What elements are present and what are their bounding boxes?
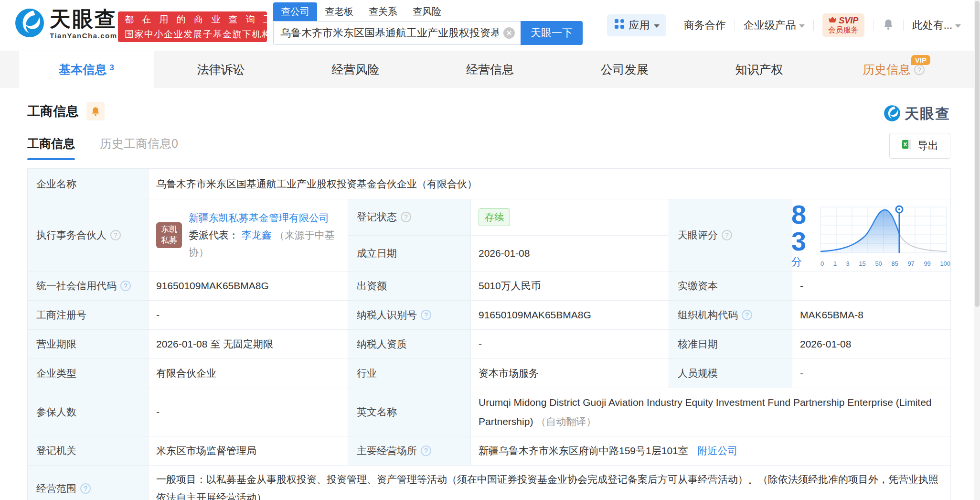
- rep-name-link[interactable]: 李龙鑫: [242, 229, 272, 240]
- avatar-line2: 私募: [161, 235, 177, 246]
- establish-date-label: 成立日期: [357, 247, 397, 260]
- taxpayer-quality-value: -: [471, 330, 669, 359]
- user-menu[interactable]: 此处有...: [912, 18, 961, 33]
- tianyancha-logo[interactable]: 天眼查 TianYanCha.com: [14, 8, 117, 40]
- help-icon[interactable]: [120, 281, 131, 291]
- table-row: 企业类型 有限合伙企业 行业 资本市场服务 人员规模 -: [28, 359, 951, 388]
- logo-swirl-icon: [14, 8, 45, 40]
- reg-number-label: 工商注册号: [36, 308, 86, 322]
- field-label: 组织机构代码: [669, 301, 792, 330]
- company-type-value: 有限合伙企业: [149, 359, 348, 388]
- field-label: 核准日期: [669, 330, 792, 359]
- business-address-value: 新疆乌鲁木齐市米东区府前中路159号1层101室: [479, 445, 688, 456]
- tab-basic-info[interactable]: 基本信息 3: [19, 51, 154, 88]
- tab-company-development[interactable]: 公司发展: [557, 51, 692, 88]
- tab-legal[interactable]: 法律诉讼: [154, 51, 288, 88]
- business-address-cell: 新疆乌鲁木齐市米东区府前中路159号1层101室 附近公司: [471, 436, 951, 465]
- field-label: 参保人数: [28, 388, 149, 436]
- field-label: 执行事务合伙人: [28, 199, 149, 272]
- field-label: 企业名称: [28, 169, 149, 199]
- help-icon[interactable]: [80, 483, 91, 494]
- apps-grid-icon: [614, 18, 625, 33]
- table-row: 工商注册号 - 纳税人识别号 91650109MAK65BMA8G 组织机构代码…: [28, 301, 951, 330]
- chevron-down-icon: [955, 24, 961, 28]
- top-nav: 应用 商务合作 企业级产品 SVIP 会员服务: [607, 13, 961, 37]
- nearby-companies-link[interactable]: 附近公司: [698, 445, 738, 456]
- exec-partner-label: 执行事务合伙人: [36, 228, 107, 242]
- svip-sub-label: 会员服务: [828, 26, 859, 34]
- field-label: 登记机关: [28, 436, 149, 465]
- svip-membership-button[interactable]: SVIP 会员服务: [822, 13, 864, 37]
- chevron-down-icon: [799, 24, 805, 28]
- help-icon[interactable]: [421, 446, 431, 456]
- page-scrollbar[interactable]: [974, 0, 980, 500]
- reg-authority-value: 米东区市场监督管理局: [149, 436, 348, 465]
- score-unit: 分: [791, 256, 802, 268]
- help-icon[interactable]: [401, 212, 411, 222]
- company-type-label: 企业类型: [36, 367, 76, 380]
- divider: [903, 20, 904, 31]
- search-tab-risk[interactable]: 查风险: [405, 2, 449, 21]
- search-tab-boss[interactable]: 查老板: [317, 2, 361, 21]
- tab-operating-risk-label: 经营风险: [331, 62, 379, 77]
- score-label: 天眼评分: [678, 228, 718, 242]
- partner-company-link[interactable]: 新疆东凯私募基金管理有限公司: [189, 212, 329, 223]
- insured-count-value: -: [149, 388, 348, 436]
- taxpayer-id-label: 纳税人识别号: [357, 308, 417, 322]
- table-row: 统一社会信用代码 91650109MAK65BMA8G 出资额 5010万人民币…: [28, 272, 951, 301]
- banner-line2: 国家中小企业发展子基金旗下机构: [125, 28, 260, 41]
- business-scope-label: 经营范围: [36, 482, 76, 495]
- tab-intellectual-property[interactable]: 知识产权: [692, 51, 827, 88]
- field-label: 纳税人识别号: [348, 301, 471, 330]
- partner-avatar[interactable]: 东凯 私募: [156, 222, 182, 248]
- help-icon[interactable]: [914, 65, 925, 75]
- table-row: 营业期限 2026-01-08 至 无固定期限 纳税人资质 - 核准日期 202…: [28, 330, 951, 359]
- scrollbar-thumb[interactable]: [975, 1, 980, 307]
- excel-icon: [901, 139, 913, 153]
- subtab-business-info[interactable]: 工商信息: [27, 136, 75, 160]
- field-label: 营业期限: [28, 330, 149, 359]
- help-icon[interactable]: [110, 230, 121, 240]
- tab-history-info[interactable]: VIP 历史信息: [826, 51, 961, 88]
- taxpayer-id-value: 91650109MAK65BMA8G: [471, 301, 669, 330]
- logo-text: 天眼查: [50, 9, 117, 30]
- help-icon[interactable]: [421, 310, 431, 320]
- vip-badge: VIP: [911, 55, 930, 65]
- search-tab-company[interactable]: 查公司: [273, 2, 317, 21]
- search-button[interactable]: 天眼一下: [521, 21, 583, 45]
- search-tabs: 查公司 查老板 查关系 查风险: [273, 4, 583, 21]
- tab-intellectual-property-label: 知识产权: [735, 62, 783, 77]
- company-name-label: 企业名称: [36, 177, 76, 191]
- monitor-bell-icon[interactable]: [86, 102, 105, 120]
- avatar-line1: 东凯: [161, 224, 177, 235]
- tab-operating-info[interactable]: 经营信息: [423, 51, 557, 88]
- clear-search-icon[interactable]: [503, 27, 515, 39]
- notification-bell-icon[interactable]: [882, 18, 895, 33]
- english-name-label: 英文名称: [357, 405, 397, 419]
- user-menu-label: 此处有...: [912, 18, 952, 33]
- nav-enterprise[interactable]: 企业级产品: [744, 18, 805, 33]
- sub-tab-bar: 工商信息 历史工商信息0: [27, 136, 178, 160]
- tab-legal-label: 法律诉讼: [197, 62, 245, 77]
- help-icon[interactable]: [742, 310, 752, 320]
- chevron-down-icon: [654, 24, 660, 28]
- export-button[interactable]: 导出: [889, 133, 950, 159]
- help-icon[interactable]: [722, 230, 732, 240]
- company-name-value: 乌鲁木齐市米东区国基通航工业产业股权投资基金合伙企业（有限合伙）: [149, 169, 951, 199]
- search-input[interactable]: [273, 21, 521, 45]
- subtab-history-business-info[interactable]: 历史工商信息0: [100, 136, 178, 160]
- score-value: 83: [791, 199, 806, 256]
- nav-biz-coop[interactable]: 商务合作: [684, 18, 726, 33]
- insured-count-label: 参保人数: [36, 405, 76, 419]
- tab-company-development-label: 公司发展: [601, 62, 649, 77]
- score-cell[interactable]: 83 分: [792, 199, 951, 272]
- english-name-cell: Urumqi Midong District Guoji Aviation In…: [471, 388, 951, 436]
- search-tab-relation[interactable]: 查关系: [361, 2, 405, 21]
- apps-menu[interactable]: 应用: [607, 14, 666, 36]
- divider: [735, 20, 735, 31]
- tab-history-info-label: 历史信息: [863, 62, 910, 77]
- taxpayer-quality-label: 纳税人资质: [357, 337, 407, 351]
- tab-operating-risk[interactable]: 经营风险: [288, 51, 423, 88]
- section-title: 工商信息: [27, 103, 79, 120]
- reg-status-cell: 存续: [471, 199, 669, 236]
